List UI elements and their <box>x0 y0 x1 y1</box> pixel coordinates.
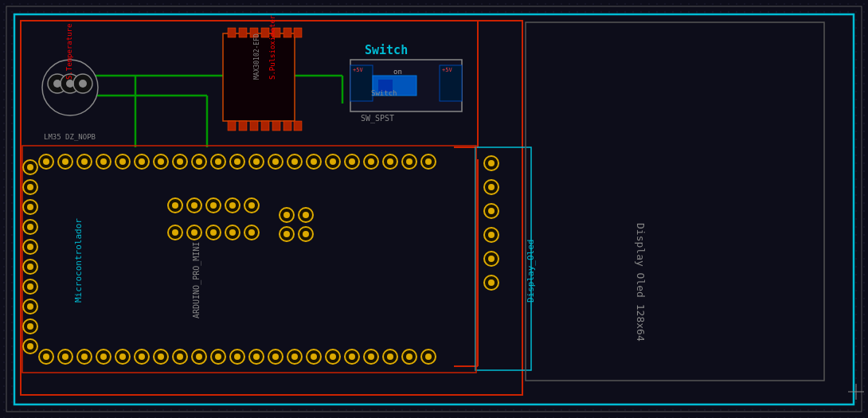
svg-rect-37 <box>294 121 302 131</box>
svg-point-57 <box>173 154 187 169</box>
svg-point-141 <box>23 299 37 314</box>
svg-point-128 <box>27 164 33 170</box>
svg-rect-1 <box>14 14 854 404</box>
svg-point-136 <box>27 244 33 250</box>
svg-text:Switch: Switch <box>371 89 397 97</box>
svg-point-112 <box>291 354 298 360</box>
svg-point-175 <box>484 156 499 170</box>
svg-text:SW_SPST: SW_SPST <box>361 114 394 123</box>
svg-point-168 <box>283 212 290 218</box>
svg-point-144 <box>27 323 33 330</box>
svg-point-135 <box>23 240 37 254</box>
svg-point-102 <box>196 354 202 360</box>
svg-point-133 <box>23 220 37 234</box>
svg-point-67 <box>268 154 283 169</box>
svg-point-83 <box>421 154 436 169</box>
svg-rect-23 <box>223 33 295 121</box>
svg-point-95 <box>135 350 149 364</box>
svg-point-181 <box>484 228 499 242</box>
svg-point-69 <box>287 154 302 169</box>
svg-point-114 <box>311 354 317 360</box>
svg-point-121 <box>383 350 397 364</box>
svg-point-129 <box>23 180 37 194</box>
svg-point-109 <box>268 350 283 364</box>
svg-point-70 <box>291 158 298 165</box>
svg-point-164 <box>229 229 236 236</box>
svg-point-43 <box>39 154 53 169</box>
svg-text:Switch: Switch <box>365 43 408 57</box>
svg-rect-13 <box>475 147 531 370</box>
svg-point-97 <box>154 350 168 364</box>
svg-point-63 <box>230 154 244 169</box>
svg-point-166 <box>248 229 255 236</box>
svg-point-125 <box>421 350 436 364</box>
svg-text:+5V: +5V <box>442 67 452 73</box>
svg-point-147 <box>168 198 182 213</box>
svg-point-158 <box>172 229 178 236</box>
svg-point-160 <box>191 229 197 236</box>
svg-point-16 <box>42 60 98 115</box>
svg-rect-32 <box>239 121 247 131</box>
svg-point-120 <box>368 354 374 360</box>
svg-point-179 <box>484 204 499 218</box>
svg-point-138 <box>27 264 33 270</box>
svg-point-18 <box>61 74 80 93</box>
svg-point-110 <box>272 354 279 360</box>
svg-point-165 <box>244 225 259 240</box>
svg-point-51 <box>115 154 130 169</box>
svg-point-46 <box>62 158 68 165</box>
svg-point-111 <box>287 350 302 364</box>
svg-point-96 <box>139 354 145 360</box>
svg-point-117 <box>345 350 359 364</box>
svg-text:Display Oled 128x64: Display Oled 128x64 <box>635 223 647 342</box>
svg-text:S.Temperature: S.Temperature <box>65 24 73 80</box>
svg-point-48 <box>81 158 88 165</box>
svg-rect-24 <box>228 28 236 37</box>
svg-point-47 <box>77 154 92 169</box>
svg-point-180 <box>488 208 495 214</box>
svg-point-88 <box>62 354 68 360</box>
svg-point-66 <box>253 158 260 165</box>
svg-point-71 <box>307 154 321 169</box>
svg-point-64 <box>234 158 240 165</box>
svg-rect-15 <box>22 146 476 373</box>
svg-point-172 <box>283 231 290 237</box>
svg-point-178 <box>488 184 495 190</box>
svg-point-148 <box>172 202 178 209</box>
svg-point-107 <box>249 350 264 364</box>
svg-point-98 <box>158 354 164 360</box>
svg-point-140 <box>27 283 33 290</box>
svg-point-159 <box>187 225 201 240</box>
svg-point-154 <box>229 202 236 209</box>
svg-rect-33 <box>250 121 258 131</box>
svg-point-80 <box>387 158 393 165</box>
svg-rect-40 <box>440 65 462 101</box>
svg-point-173 <box>299 227 313 241</box>
svg-point-19 <box>73 74 92 93</box>
svg-point-22 <box>79 80 87 88</box>
svg-point-68 <box>272 158 279 165</box>
svg-point-163 <box>225 225 240 240</box>
svg-point-72 <box>311 158 317 165</box>
svg-point-162 <box>210 229 217 236</box>
svg-point-108 <box>253 354 260 360</box>
svg-point-62 <box>215 158 221 165</box>
svg-point-84 <box>425 158 432 165</box>
svg-point-184 <box>488 256 495 262</box>
svg-point-185 <box>484 275 499 290</box>
svg-point-123 <box>402 350 416 364</box>
svg-rect-2 <box>16 16 852 403</box>
svg-text:on: on <box>393 68 402 76</box>
svg-point-17 <box>48 74 67 93</box>
svg-point-176 <box>488 160 495 166</box>
svg-point-90 <box>81 354 88 360</box>
svg-point-137 <box>23 260 37 274</box>
svg-point-150 <box>191 202 197 209</box>
svg-point-94 <box>119 354 126 360</box>
svg-rect-31 <box>228 121 236 131</box>
svg-point-122 <box>387 354 393 360</box>
svg-point-82 <box>406 158 412 165</box>
svg-rect-41 <box>373 76 416 96</box>
svg-point-61 <box>211 154 225 169</box>
svg-point-167 <box>280 208 294 222</box>
